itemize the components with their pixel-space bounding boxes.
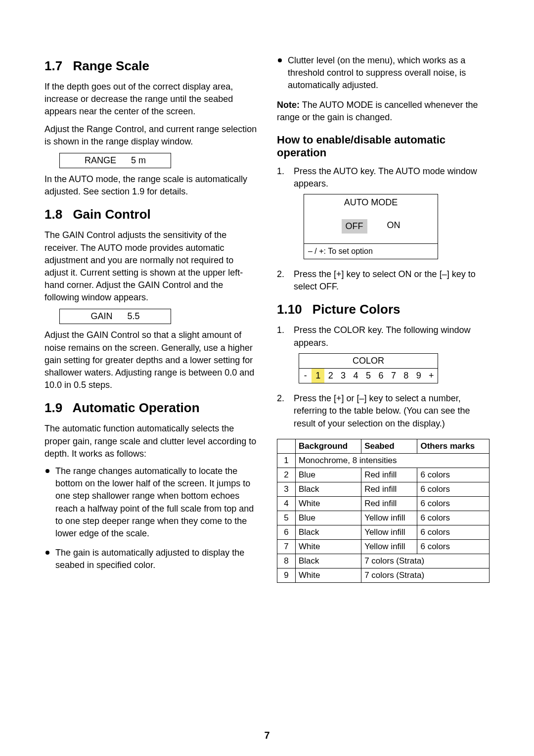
section-number: 1.8 bbox=[44, 207, 62, 222]
cell-index: 5 bbox=[277, 511, 296, 525]
gain-display-box: GAIN 5.5 bbox=[59, 309, 171, 324]
cell-background: White bbox=[296, 496, 361, 511]
table-row: 9White7 colors (Strata) bbox=[277, 568, 490, 582]
cell-span-all: Monochrome, 8 intensities bbox=[296, 453, 490, 468]
note-text: The AUTO MODE is cancelled whenever the … bbox=[277, 100, 478, 122]
col-seabed: Seabed bbox=[361, 439, 417, 453]
step-item: Press the [+] key to select ON or the [–… bbox=[277, 268, 490, 293]
cell-background: White bbox=[296, 568, 361, 582]
section-number: 1.10 bbox=[277, 302, 302, 317]
range-value: 5 m bbox=[131, 155, 146, 166]
cell-index: 4 bbox=[277, 496, 296, 511]
bullet-item: Clutter level (on the menu), which works… bbox=[277, 54, 490, 92]
section-title: Picture Colors bbox=[312, 302, 400, 317]
cell-others: 6 colors bbox=[417, 468, 490, 482]
step-item: Press the COLOR key. The following windo… bbox=[277, 324, 490, 383]
table-row: 7WhiteYellow infill6 colors bbox=[277, 539, 490, 554]
step-text: Press the COLOR key. The following windo… bbox=[294, 325, 471, 347]
col-index bbox=[277, 439, 296, 453]
cell-background: Black bbox=[296, 554, 361, 568]
table-body: 1Monochrome, 8 intensities2BlueRed infil… bbox=[277, 453, 490, 582]
table-row: 3BlackRed infill6 colors bbox=[277, 482, 490, 496]
table-header-row: Background Seabed Others marks bbox=[277, 439, 490, 453]
color-option-cell: 3 bbox=[337, 369, 349, 383]
color-option-cell: 4 bbox=[350, 369, 362, 383]
paragraph: The automatic function automatically sel… bbox=[44, 423, 257, 460]
paragraph: In the AUTO mode, the range scale is aut… bbox=[44, 173, 257, 198]
section-1-8-heading: 1.8 Gain Control bbox=[44, 207, 257, 222]
table-row: 8Black7 colors (Strata) bbox=[277, 554, 490, 568]
color-option-cell: 7 bbox=[387, 369, 400, 383]
color-option-row: -123456789+ bbox=[299, 369, 438, 383]
color-option-cell: 9 bbox=[412, 369, 425, 383]
auto-mode-window: AUTO MODE OFF ON – / +: To set option bbox=[304, 194, 438, 259]
note-label: Note: bbox=[277, 100, 300, 110]
range-label: RANGE bbox=[85, 155, 116, 166]
cell-seabed: Yellow infill bbox=[361, 511, 417, 525]
section-1-7-heading: 1.7 Range Scale bbox=[44, 58, 257, 74]
section-number: 1.7 bbox=[44, 58, 62, 73]
paragraph: The GAIN Control adjusts the sensitivity… bbox=[44, 229, 257, 304]
gain-value: 5.5 bbox=[127, 311, 139, 322]
color-option-cell: 2 bbox=[324, 369, 337, 383]
note-block: Note: The AUTO MODE is cancelled wheneve… bbox=[277, 99, 490, 124]
color-option-cell: 5 bbox=[362, 369, 374, 383]
color-option-cell: 6 bbox=[375, 369, 387, 383]
gain-label: GAIN bbox=[90, 311, 112, 322]
cell-seabed: Yellow infill bbox=[361, 525, 417, 539]
cell-others: 6 colors bbox=[417, 482, 490, 496]
paragraph: Adjust the GAIN Control so that a slight… bbox=[44, 329, 257, 391]
cell-seabed: Red infill bbox=[361, 468, 417, 482]
cell-index: 6 bbox=[277, 525, 296, 539]
bullet-item: The gain is automatically adjusted to di… bbox=[44, 547, 257, 571]
cell-background: Black bbox=[296, 525, 361, 539]
howto-steps: Press the AUTO key. The AUTO mode window… bbox=[277, 165, 490, 293]
color-option-cell: + bbox=[425, 369, 438, 383]
color-option-cell: 8 bbox=[400, 369, 412, 383]
bullet-item: The range changes automatically to locat… bbox=[44, 465, 257, 540]
table-row: 6BlackYellow infill6 colors bbox=[277, 525, 490, 539]
picture-colors-steps: Press the COLOR key. The following windo… bbox=[277, 324, 490, 429]
auto-mode-hint: – / +: To set option bbox=[304, 244, 438, 259]
section-title: Gain Control bbox=[73, 207, 150, 222]
bullet-list: The range changes automatically to locat… bbox=[44, 465, 257, 572]
cell-seabed: Red infill bbox=[361, 482, 417, 496]
cell-index: 3 bbox=[277, 482, 296, 496]
cell-index: 9 bbox=[277, 568, 296, 582]
col-others: Others marks bbox=[417, 439, 490, 453]
page-number: 7 bbox=[0, 730, 534, 741]
howto-heading: How to enable/disable automatic operatio… bbox=[277, 134, 490, 159]
paragraph: Adjust the Range Control, and current ra… bbox=[44, 123, 257, 148]
cell-index: 1 bbox=[277, 453, 296, 468]
cell-others: 6 colors bbox=[417, 525, 490, 539]
table-row: 1Monochrome, 8 intensities bbox=[277, 453, 490, 468]
cell-background: Blue bbox=[296, 511, 361, 525]
color-option-cell: - bbox=[299, 369, 312, 383]
bullet-list-continued: Clutter level (on the menu), which works… bbox=[277, 54, 490, 92]
cell-others: 6 colors bbox=[417, 539, 490, 554]
section-1-10-heading: 1.10 Picture Colors bbox=[277, 302, 490, 317]
auto-mode-options: OFF ON bbox=[304, 211, 438, 244]
cell-index: 7 bbox=[277, 539, 296, 554]
section-title: Range Scale bbox=[73, 58, 149, 73]
section-1-9-heading: 1.9 Automatic Operation bbox=[44, 400, 257, 416]
cell-span-two: 7 colors (Strata) bbox=[361, 568, 490, 582]
step-item: Press the AUTO key. The AUTO mode window… bbox=[277, 165, 490, 259]
color-window: COLOR -123456789+ bbox=[299, 353, 438, 383]
cell-seabed: Red infill bbox=[361, 496, 417, 511]
cell-others: 6 colors bbox=[417, 496, 490, 511]
auto-mode-on-option: ON bbox=[387, 219, 400, 234]
step-item: Press the [+] or [–] key to select a num… bbox=[277, 392, 490, 430]
paragraph: If the depth goes out of the correct dis… bbox=[44, 81, 257, 118]
color-table: Background Seabed Others marks 1Monochro… bbox=[277, 439, 490, 583]
step-text: Press the AUTO key. The AUTO mode window… bbox=[294, 166, 477, 189]
color-option-cell: 1 bbox=[312, 369, 324, 383]
manual-page: 1.7 Range Scale If the depth goes out of… bbox=[0, 0, 534, 756]
cell-seabed: Yellow infill bbox=[361, 539, 417, 554]
cell-span-two: 7 colors (Strata) bbox=[361, 554, 490, 568]
cell-background: Black bbox=[296, 482, 361, 496]
table-row: 5BlueYellow infill6 colors bbox=[277, 511, 490, 525]
table-row: 2BlueRed infill6 colors bbox=[277, 468, 490, 482]
section-number: 1.9 bbox=[44, 400, 62, 415]
two-column-layout: 1.7 Range Scale If the depth goes out of… bbox=[44, 49, 490, 583]
